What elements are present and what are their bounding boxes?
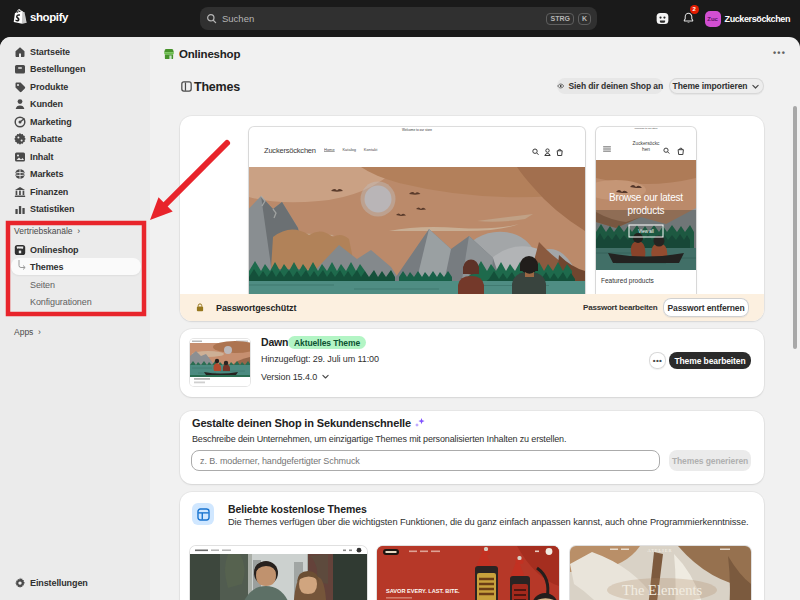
svg-text:Browse our latest: Browse our latest [609, 192, 683, 203]
svg-text:View all: View all [638, 229, 653, 234]
svg-text:The Elements: The Elements [622, 582, 702, 598]
svg-text:products: products [628, 205, 665, 216]
svg-text:SAVOR EVERY. LAST. BITE.: SAVOR EVERY. LAST. BITE. [386, 588, 460, 594]
svg-text:ATELIER: ATELIER [647, 548, 672, 553]
